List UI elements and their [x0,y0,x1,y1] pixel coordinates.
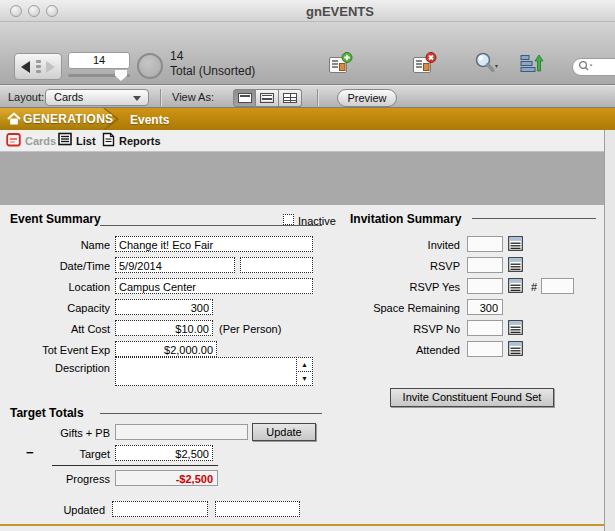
new-record-icon [327,51,353,79]
updated-date-field[interactable] [112,501,208,517]
space-remaining-label: Space Remaining [330,302,460,314]
att-cost-suffix: (Per Person) [219,323,281,335]
invited-field[interactable] [467,236,503,252]
name-label: Name [2,239,110,251]
layout-label: Layout: [8,91,44,103]
date-field[interactable]: 5/9/2014 [115,257,235,273]
target-field[interactable]: $2,500 [115,445,213,461]
brand-banner: GENERATIONS Events [0,108,615,130]
rsvp-field[interactable] [467,257,503,273]
outside-layout-area [604,130,615,531]
tab-cards[interactable]: Cards [6,133,56,149]
layout-body: Event Summary Inactive Name Change it! E… [0,205,604,531]
attended-field[interactable] [467,341,503,357]
next-record-icon[interactable] [46,61,55,73]
reports-icon [102,132,115,151]
att-cost-label: Att Cost [2,323,110,335]
rsvp-no-label: RSVP No [330,323,460,335]
inactive-checkbox[interactable] [283,214,294,225]
record-slider-thumb[interactable] [115,70,127,81]
description-label: Description [2,362,110,374]
tab-cards-label: Cards [25,135,56,147]
tab-reports[interactable]: Reports [102,133,161,149]
search-icon [578,58,594,76]
rsvp-label: RSVP [330,260,460,272]
event-summary-heading: Event Summary [10,212,101,226]
banner-page-title: Events [130,113,169,127]
description-field[interactable] [115,357,313,386]
record-header-band: Change it! Eco Fair Overview [0,152,604,205]
cards-icon [6,132,21,151]
time-field[interactable] [240,257,313,273]
invitation-summary-heading: Invitation Summary [350,212,461,226]
record-navigation-book[interactable] [14,53,62,80]
name-field[interactable]: Change it! Eco Fair [115,236,313,252]
rsvp-yes-field[interactable] [467,278,503,294]
rsvp-list-icon[interactable] [508,257,523,272]
subtraction-rule [52,465,218,466]
brand-name: GENERATIONS [23,112,113,126]
previous-record-icon[interactable] [21,61,30,73]
divider [317,89,318,106]
invited-list-icon[interactable] [508,236,523,251]
progress-field[interactable]: -$2,500 [115,470,218,486]
status-toolbar: 14 Records 14 Total (Unsorted) New Rec [0,22,615,85]
window-close-button[interactable] [10,5,22,17]
current-record-input[interactable]: 14 [68,52,130,69]
layout-popup-value: Cards [54,91,83,103]
progress-label: Progress [2,473,110,485]
home-icon [7,112,21,130]
inactive-label: Inactive [298,215,336,227]
window-minimize-button[interactable] [28,5,40,17]
layout-bar: Layout: Cards View As: Preview [0,85,615,108]
delete-record-icon [411,51,437,79]
invite-found-set-button[interactable]: Invite Constituent Found Set [390,388,554,407]
tab-reports-label: Reports [119,135,161,147]
space-remaining-field[interactable]: 300 [467,299,503,315]
layout-popup[interactable]: Cards [45,89,149,106]
updated-label: Updated [2,504,105,516]
rsvp-no-field[interactable] [467,320,503,336]
datetime-label: Date/Time [2,260,110,272]
gifts-pb-label: Gifts + PB [2,427,110,439]
update-button[interactable]: Update [252,423,316,441]
attended-label: Attended [330,344,460,356]
tab-list[interactable]: List [58,133,96,149]
preview-button[interactable]: Preview [337,89,397,107]
book-spine-icon [36,60,41,73]
app-window: gnEVENTS 14 Records 14 Total (Unsorted) [0,0,615,531]
scroll-down-button[interactable]: ▼ [296,371,313,386]
gifts-pb-field[interactable] [115,424,248,440]
section-rule [472,218,596,219]
scroll-up-button[interactable]: ▲ [296,357,313,372]
section-rule [100,225,322,226]
capacity-field[interactable]: 300 [115,299,213,315]
record-total-count: 14 [170,49,255,64]
view-list-button[interactable] [256,89,279,107]
rsvp-yes-count-field[interactable] [541,278,574,294]
att-cost-field[interactable]: $10.00 [115,320,213,336]
list-tab-icon [58,132,72,150]
record-total: 14 Total (Unsorted) [170,49,255,79]
quick-find-input[interactable] [572,58,615,76]
view-table-button[interactable] [279,89,302,107]
sort-icon [518,51,544,79]
rsvp-no-list-icon[interactable] [508,320,523,335]
tot-exp-field[interactable]: $2,000.00 [115,341,217,357]
rsvp-yes-list-icon[interactable] [508,278,523,293]
nav-tab-bar: Cards List Repor [0,130,604,152]
section-rule [100,413,322,414]
location-field[interactable]: Campus Center [115,278,313,294]
location-label: Location [2,281,110,293]
attended-list-icon[interactable] [508,341,523,356]
rsvp-yes-label: RSVP Yes [330,281,460,293]
window-zoom-button[interactable] [46,5,58,17]
popup-caret-icon [133,96,141,101]
tot-exp-label: Tot Event Exp [2,344,110,356]
footer-rule [0,524,604,526]
record-total-label: Total (Unsorted) [170,64,255,79]
tab-list-label: List [76,135,96,147]
invited-label: Invited [330,239,460,251]
view-form-button[interactable] [233,89,256,107]
updated-time-field[interactable] [215,501,300,517]
